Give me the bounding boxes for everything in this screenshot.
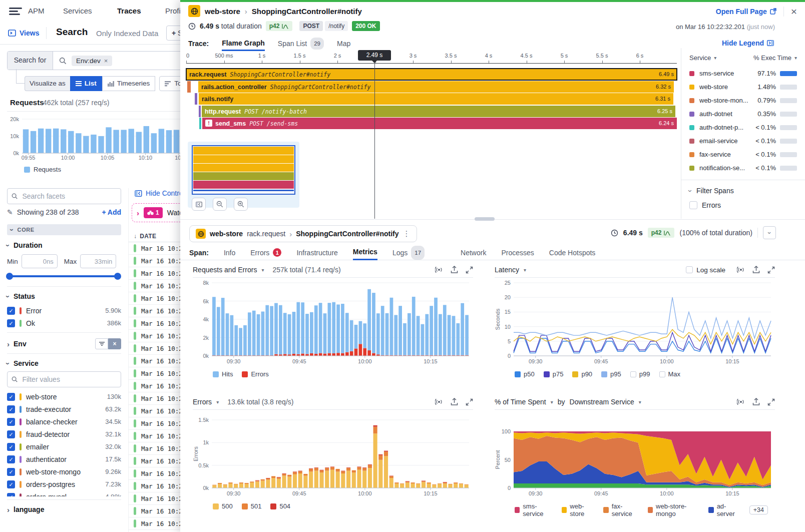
- flame-graph-minimap[interactable]: [188, 142, 299, 208]
- checkbox-icon[interactable]: ✓: [7, 480, 15, 488]
- status-facet-row[interactable]: ✓Error5.90k: [7, 304, 121, 317]
- errors-filter-checkbox[interactable]: Errors: [681, 199, 805, 211]
- span-breadcrumb[interactable]: web-store rack.request › ShoppingCartCon…: [189, 225, 417, 242]
- trace-list-row[interactable]: Mar 16 10:2: [129, 242, 189, 255]
- facet-duration-header[interactable]: ›Duration: [7, 241, 43, 249]
- minimap-viewport[interactable]: [192, 145, 295, 195]
- legend-service-row[interactable]: sms-service97.1%: [681, 67, 805, 80]
- service-facet-row[interactable]: ✓trade-executor63.2k: [7, 403, 121, 415]
- live-data-icon[interactable]: [435, 266, 443, 274]
- minimap-reset-button[interactable]: [192, 198, 206, 211]
- checkbox-icon[interactable]: ✓: [7, 455, 15, 463]
- export-icon[interactable]: [752, 398, 760, 406]
- nav-item-services[interactable]: Services: [63, 0, 92, 22]
- facet-language-header[interactable]: ›language: [7, 505, 44, 513]
- flame-span[interactable]: rails.action_controllerShoppingCartContr…: [198, 81, 674, 93]
- nav-item-traces[interactable]: Traces: [117, 0, 141, 24]
- chart-legend-item[interactable]: sms-service: [515, 502, 553, 517]
- trace-list-row[interactable]: Mar 16 10:2: [129, 455, 189, 467]
- tab-network[interactable]: Network: [461, 245, 486, 260]
- errors-chart[interactable]: 0k0.5k1k1.5k09:3009:4510:0010:15Errors: [193, 410, 473, 498]
- trace-list-row[interactable]: Mar 16 10:2: [129, 330, 189, 342]
- legend-service-row[interactable]: web-store-mon...0.79%: [681, 94, 805, 107]
- chart-legend-item[interactable]: 500: [213, 502, 233, 510]
- legend-service-row[interactable]: auth-dotnet-p...< 0.1%: [681, 121, 805, 134]
- flame-span-chip[interactable]: [187, 81, 191, 93]
- date-column-header[interactable]: ↓ DATE: [129, 230, 189, 242]
- service-facet-row[interactable]: ✓web-store130k: [7, 390, 121, 403]
- remove-filter-icon[interactable]: ×: [104, 57, 108, 65]
- legend-service-row[interactable]: email-service< 0.1%: [681, 134, 805, 148]
- zoom-out-button[interactable]: [213, 198, 227, 211]
- filter-tag-env[interactable]: Env:dev×: [72, 56, 112, 66]
- kebab-menu-icon[interactable]: ⋮: [403, 229, 411, 238]
- tab-info[interactable]: Info: [224, 245, 235, 260]
- add-facet-button[interactable]: +Add: [102, 208, 121, 216]
- live-data-icon[interactable]: [737, 266, 745, 274]
- duration-min-input[interactable]: [22, 254, 58, 268]
- requests-errors-chart[interactable]: 0k2k4k6k8k09:3009:4510:0010:15: [193, 278, 473, 366]
- flame-span-chip[interactable]: [199, 106, 201, 117]
- trace-list-row[interactable]: Mar 16 10:2: [129, 317, 189, 330]
- chart-legend-item[interactable]: p99: [630, 370, 650, 378]
- chart-legend-item[interactable]: Errors: [242, 370, 268, 378]
- legend-exec-header[interactable]: % Exec Time▾: [753, 54, 797, 62]
- checkbox-icon[interactable]: [686, 266, 693, 273]
- trace-list-row[interactable]: Mar 16 10:2: [129, 480, 189, 492]
- chart-legend-item[interactable]: p90: [572, 370, 592, 378]
- slider-handle-max[interactable]: [114, 273, 121, 280]
- facet-service-header[interactable]: ›Service: [7, 359, 39, 367]
- time-cursor-line[interactable]: [374, 61, 375, 219]
- facet-status-header[interactable]: ›Status: [7, 292, 35, 300]
- checkbox-icon[interactable]: ✓: [7, 307, 15, 315]
- chart-legend-item[interactable]: Max: [659, 370, 681, 378]
- status-facet-row[interactable]: ✓Ok386k: [7, 317, 121, 329]
- tab-infrastructure[interactable]: Infrastructure: [296, 245, 337, 260]
- chart-legend-item[interactable]: 504: [270, 502, 290, 510]
- chart-title[interactable]: % of Time Spent: [495, 398, 546, 406]
- checkbox-icon[interactable]: ✓: [7, 443, 15, 451]
- chart-title[interactable]: Requests and Errors: [193, 266, 257, 274]
- search-facets-input[interactable]: [21, 192, 117, 201]
- latency-chart[interactable]: 051015202509:3009:4510:0010:15Seconds: [495, 278, 775, 366]
- legend-service-row[interactable]: notification-se...< 0.1%: [681, 161, 805, 175]
- open-full-page-button[interactable]: Open Full Page: [716, 8, 776, 16]
- fullscreen-icon[interactable]: [767, 266, 775, 274]
- pencil-icon[interactable]: ✎: [7, 208, 13, 216]
- chart-legend-item[interactable]: fax-service: [603, 502, 638, 517]
- resize-handle[interactable]: [475, 217, 495, 221]
- duration-max-input[interactable]: [80, 254, 116, 268]
- checkbox-icon[interactable]: ✓: [7, 418, 15, 426]
- service-facet-row[interactable]: ✓authenticator17.5k: [7, 453, 121, 465]
- checkbox-icon[interactable]: ✓: [7, 468, 15, 476]
- checkbox-icon[interactable]: ✓: [7, 393, 15, 401]
- legend-service-row[interactable]: auth-dotnet0.35%: [681, 107, 805, 121]
- close-panel-icon[interactable]: ×: [791, 6, 797, 17]
- service-name[interactable]: web-store: [205, 7, 240, 16]
- time-spent-chart[interactable]: 05010009:3009:4510:0010:15Percent: [495, 410, 775, 498]
- chart-legend-item[interactable]: 501: [242, 502, 262, 510]
- export-icon[interactable]: [451, 398, 458, 406]
- legend-service-row[interactable]: fax-service< 0.1%: [681, 148, 805, 161]
- trace-list-row[interactable]: Mar 16 10:2: [129, 492, 189, 505]
- export-icon[interactable]: [752, 266, 760, 274]
- requests-overview-chart[interactable]: 0k10k20k09:5510:0010:0510:1010:: [7, 113, 182, 162]
- trace-list-row[interactable]: Mar 16 10:2: [129, 530, 189, 532]
- duration-slider[interactable]: [7, 275, 120, 277]
- trace-list-row[interactable]: Mar 16 10:2: [129, 280, 189, 292]
- trace-list-row[interactable]: Mar 16 10:2: [129, 255, 189, 267]
- checkbox-icon[interactable]: [689, 201, 697, 209]
- chart-legend-item[interactable]: p75: [544, 370, 564, 378]
- filter-spans-toggle[interactable]: ›Filter Spans: [681, 180, 805, 199]
- visualize-option-timeseries[interactable]: Timeseries: [102, 76, 156, 91]
- trace-list-row[interactable]: Mar 16 10:2: [129, 442, 189, 455]
- search-facets-field[interactable]: [7, 188, 121, 204]
- tab-errors[interactable]: Errors1: [250, 245, 281, 260]
- flame-span[interactable]: rack.requestShoppingCartController#notif…: [186, 69, 677, 80]
- chart-legend-item[interactable]: ad-server: [708, 502, 740, 517]
- views-button[interactable]: Views: [8, 22, 39, 44]
- checkbox-icon[interactable]: ✓: [7, 493, 15, 497]
- flame-graph-ruler[interactable]: 0500 ms1 s1.5 s2 s2.5 s3 s3.5 s4 s4.5 s5…: [186, 51, 677, 64]
- trace-list-row[interactable]: Mar 16 10:2: [129, 517, 189, 530]
- trace-list-row[interactable]: Mar 16 10:2: [129, 305, 189, 317]
